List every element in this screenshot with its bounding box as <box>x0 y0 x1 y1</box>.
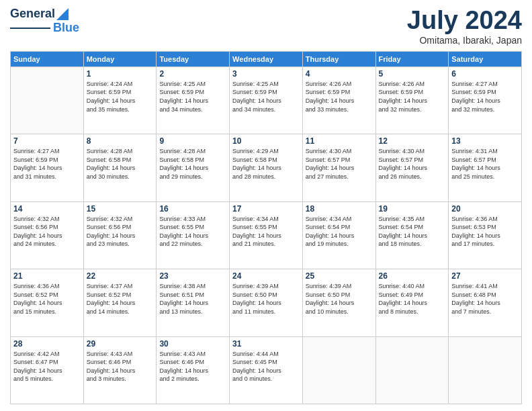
day-info: Sunrise: 4:36 AM Sunset: 6:52 PM Dayligh… <box>13 282 81 316</box>
calendar-cell: 6Sunrise: 4:27 AM Sunset: 6:59 PM Daylig… <box>449 66 522 134</box>
day-number: 3 <box>232 69 300 79</box>
day-number: 31 <box>232 339 300 349</box>
weekday-header-friday: Friday <box>375 51 449 66</box>
calendar-cell: 31Sunrise: 4:44 AM Sunset: 6:45 PM Dayli… <box>230 336 303 404</box>
calendar-cell: 14Sunrise: 4:32 AM Sunset: 6:56 PM Dayli… <box>11 201 84 269</box>
day-info: Sunrise: 4:28 AM Sunset: 6:58 PM Dayligh… <box>159 147 226 181</box>
logo-blue: Blue <box>53 21 79 35</box>
week-row-0: 1Sunrise: 4:24 AM Sunset: 6:59 PM Daylig… <box>11 66 522 134</box>
day-info: Sunrise: 4:43 AM Sunset: 6:46 PM Dayligh… <box>87 350 154 383</box>
weekday-row: SundayMondayTuesdayWednesdayThursdayFrid… <box>11 51 522 66</box>
calendar-cell: 10Sunrise: 4:29 AM Sunset: 6:58 PM Dayli… <box>230 134 303 201</box>
day-number: 24 <box>232 271 300 281</box>
day-number: 7 <box>13 136 81 146</box>
day-number: 30 <box>159 339 226 349</box>
day-info: Sunrise: 4:30 AM Sunset: 6:57 PM Dayligh… <box>306 147 373 181</box>
calendar-cell: 18Sunrise: 4:34 AM Sunset: 6:54 PM Dayli… <box>302 201 375 269</box>
day-number: 29 <box>87 339 154 349</box>
week-row-4: 28Sunrise: 4:42 AM Sunset: 6:47 PM Dayli… <box>11 336 522 404</box>
calendar-cell: 28Sunrise: 4:42 AM Sunset: 6:47 PM Dayli… <box>11 336 84 404</box>
day-number: 23 <box>159 271 226 281</box>
day-info: Sunrise: 4:28 AM Sunset: 6:58 PM Dayligh… <box>87 147 154 181</box>
day-info: Sunrise: 4:38 AM Sunset: 6:51 PM Dayligh… <box>159 282 226 316</box>
day-number: 5 <box>379 69 446 79</box>
calendar-cell: 21Sunrise: 4:36 AM Sunset: 6:52 PM Dayli… <box>11 269 84 336</box>
day-info: Sunrise: 4:32 AM Sunset: 6:56 PM Dayligh… <box>13 215 81 248</box>
calendar-cell: 27Sunrise: 4:41 AM Sunset: 6:48 PM Dayli… <box>449 269 522 336</box>
calendar-page: General Blue July 2024 Omitama, Ibaraki,… <box>0 0 532 411</box>
calendar-table: SundayMondayTuesdayWednesdayThursdayFrid… <box>10 51 522 404</box>
day-number: 13 <box>451 136 519 146</box>
day-number: 6 <box>451 69 519 79</box>
calendar-cell <box>11 66 84 134</box>
weekday-header-saturday: Saturday <box>449 51 522 66</box>
svg-marker-0 <box>56 8 69 20</box>
calendar-cell: 2Sunrise: 4:25 AM Sunset: 6:59 PM Daylig… <box>157 66 230 134</box>
day-info: Sunrise: 4:26 AM Sunset: 6:59 PM Dayligh… <box>379 80 446 113</box>
calendar-cell: 3Sunrise: 4:25 AM Sunset: 6:59 PM Daylig… <box>230 66 303 134</box>
logo-triangle-icon <box>56 8 69 20</box>
day-info: Sunrise: 4:26 AM Sunset: 6:59 PM Dayligh… <box>306 80 373 113</box>
day-info: Sunrise: 4:34 AM Sunset: 6:55 PM Dayligh… <box>232 215 300 248</box>
day-info: Sunrise: 4:27 AM Sunset: 6:59 PM Dayligh… <box>13 147 81 181</box>
day-number: 8 <box>87 136 154 146</box>
day-number: 25 <box>306 271 373 281</box>
calendar-cell: 4Sunrise: 4:26 AM Sunset: 6:59 PM Daylig… <box>302 66 375 134</box>
day-number: 17 <box>232 204 300 214</box>
day-info: Sunrise: 4:30 AM Sunset: 6:57 PM Dayligh… <box>379 147 446 181</box>
day-number: 15 <box>87 204 154 214</box>
day-number: 26 <box>379 271 446 281</box>
calendar-header: SundayMondayTuesdayWednesdayThursdayFrid… <box>11 51 522 66</box>
day-info: Sunrise: 4:37 AM Sunset: 6:52 PM Dayligh… <box>87 282 154 316</box>
day-number: 1 <box>87 69 154 79</box>
day-number: 4 <box>306 69 373 79</box>
weekday-header-thursday: Thursday <box>302 51 375 66</box>
calendar-cell: 1Sunrise: 4:24 AM Sunset: 6:59 PM Daylig… <box>83 66 157 134</box>
day-info: Sunrise: 4:29 AM Sunset: 6:58 PM Dayligh… <box>232 147 300 181</box>
calendar-cell: 22Sunrise: 4:37 AM Sunset: 6:52 PM Dayli… <box>83 269 157 336</box>
day-number: 27 <box>451 271 519 281</box>
day-info: Sunrise: 4:36 AM Sunset: 6:53 PM Dayligh… <box>451 215 519 248</box>
calendar-cell: 11Sunrise: 4:30 AM Sunset: 6:57 PM Dayli… <box>302 134 375 201</box>
logo-general: General <box>10 7 55 21</box>
day-number: 22 <box>87 271 154 281</box>
day-info: Sunrise: 4:44 AM Sunset: 6:45 PM Dayligh… <box>232 350 300 383</box>
calendar-cell: 30Sunrise: 4:43 AM Sunset: 6:46 PM Dayli… <box>157 336 230 404</box>
calendar-cell: 16Sunrise: 4:33 AM Sunset: 6:55 PM Dayli… <box>157 201 230 269</box>
day-number: 14 <box>13 204 81 214</box>
weekday-header-monday: Monday <box>83 51 157 66</box>
calendar-cell: 29Sunrise: 4:43 AM Sunset: 6:46 PM Dayli… <box>83 336 157 404</box>
day-number: 11 <box>306 136 373 146</box>
calendar-cell: 7Sunrise: 4:27 AM Sunset: 6:59 PM Daylig… <box>11 134 84 201</box>
day-number: 28 <box>13 339 81 349</box>
logo: General Blue <box>10 7 79 35</box>
day-info: Sunrise: 4:25 AM Sunset: 6:59 PM Dayligh… <box>159 80 226 113</box>
day-info: Sunrise: 4:27 AM Sunset: 6:59 PM Dayligh… <box>451 80 519 113</box>
day-info: Sunrise: 4:33 AM Sunset: 6:55 PM Dayligh… <box>159 215 226 248</box>
calendar-cell: 20Sunrise: 4:36 AM Sunset: 6:53 PM Dayli… <box>449 201 522 269</box>
month-title: July 2024 <box>407 7 522 35</box>
day-info: Sunrise: 4:39 AM Sunset: 6:50 PM Dayligh… <box>306 282 373 316</box>
title-block: July 2024 Omitama, Ibaraki, Japan <box>407 7 522 46</box>
day-info: Sunrise: 4:39 AM Sunset: 6:50 PM Dayligh… <box>232 282 300 316</box>
day-info: Sunrise: 4:34 AM Sunset: 6:54 PM Dayligh… <box>306 215 373 248</box>
day-number: 20 <box>451 204 519 214</box>
day-number: 16 <box>159 204 226 214</box>
day-number: 18 <box>306 204 373 214</box>
location: Omitama, Ibaraki, Japan <box>407 35 522 46</box>
calendar-cell: 19Sunrise: 4:35 AM Sunset: 6:54 PM Dayli… <box>375 201 449 269</box>
calendar-cell <box>375 336 449 404</box>
calendar-cell: 23Sunrise: 4:38 AM Sunset: 6:51 PM Dayli… <box>157 269 230 336</box>
day-info: Sunrise: 4:32 AM Sunset: 6:56 PM Dayligh… <box>87 215 154 248</box>
calendar-cell: 15Sunrise: 4:32 AM Sunset: 6:56 PM Dayli… <box>83 201 157 269</box>
calendar-cell: 9Sunrise: 4:28 AM Sunset: 6:58 PM Daylig… <box>157 134 230 201</box>
calendar-cell: 13Sunrise: 4:31 AM Sunset: 6:57 PM Dayli… <box>449 134 522 201</box>
weekday-header-sunday: Sunday <box>11 51 84 66</box>
weekday-header-wednesday: Wednesday <box>230 51 303 66</box>
calendar-body: 1Sunrise: 4:24 AM Sunset: 6:59 PM Daylig… <box>11 66 522 404</box>
day-number: 21 <box>13 271 81 281</box>
calendar-cell: 12Sunrise: 4:30 AM Sunset: 6:57 PM Dayli… <box>375 134 449 201</box>
day-info: Sunrise: 4:31 AM Sunset: 6:57 PM Dayligh… <box>451 147 519 181</box>
day-info: Sunrise: 4:24 AM Sunset: 6:59 PM Dayligh… <box>87 80 154 113</box>
header: General Blue July 2024 Omitama, Ibaraki,… <box>10 7 522 46</box>
